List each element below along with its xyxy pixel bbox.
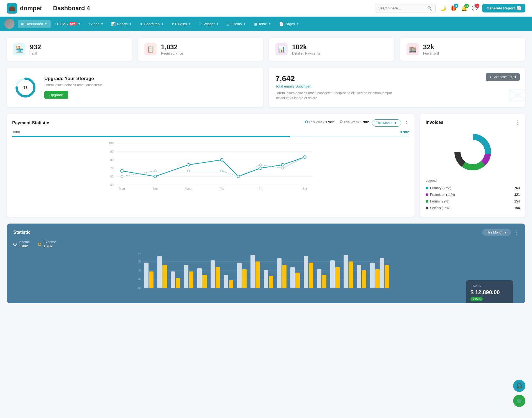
- table-icon: ▦: [254, 22, 257, 26]
- svg-text:Mon: Mon: [119, 187, 125, 190]
- stat-card-required-price: 📋 1,032 Required Price: [138, 38, 263, 61]
- nav-charts-label: Charts: [117, 22, 127, 26]
- circle-percent-label: 75: [24, 85, 27, 89]
- tariff-label: Tariff: [30, 52, 41, 55]
- svg-point-16: [187, 163, 190, 166]
- svg-text:50: 50: [138, 253, 141, 254]
- invoices-dots-button[interactable]: ⋮: [515, 119, 520, 125]
- statistic-dots-button[interactable]: ⋮: [514, 229, 519, 235]
- email-desc: Lorem ipsum dolor sit amet, consectetur …: [275, 91, 400, 101]
- svg-text:Wed: Wed: [185, 187, 191, 190]
- sidebar-item-apps[interactable]: ℹ Apps ▼: [85, 20, 107, 28]
- svg-rect-83: [362, 270, 366, 288]
- chart-section: Payment Statistic This Week 1.982 This W…: [7, 114, 525, 217]
- chart-header: Payment Statistic This Week 1.982 This W…: [12, 119, 409, 127]
- compose-email-button[interactable]: + Compose Email: [486, 73, 520, 81]
- svg-text:Fri: Fri: [259, 187, 262, 190]
- svg-point-23: [154, 170, 156, 172]
- svg-point-19: [259, 167, 262, 170]
- sidebar-item-widget[interactable]: ♡ Widget ▼: [195, 20, 222, 28]
- force-tariff-value: 32k: [423, 43, 439, 51]
- legend-dot-dark: [340, 120, 342, 123]
- sidebar-item-bootstrap[interactable]: ★ Bootstrap ▼: [136, 20, 167, 28]
- sidebar-item-pages[interactable]: 📄 Pages ▼: [276, 20, 303, 28]
- svg-text:100: 100: [109, 142, 114, 145]
- legend-item-primary: Primary (27%) 763: [426, 185, 520, 191]
- stat-controls: This Month ▼ ⋮: [482, 229, 519, 236]
- promotion-value: 321: [514, 193, 520, 197]
- svg-text:30: 30: [138, 269, 141, 272]
- svg-text:20: 20: [138, 278, 141, 281]
- email-subtitle: Total emails Subcriber.: [275, 84, 519, 88]
- stat-card-force-tariff: 🏬 32k Force tariff: [400, 38, 525, 61]
- income-tooltip: Income $ 12,890,00 +15%: [466, 280, 513, 303]
- cms-icon: ⚙: [55, 22, 58, 26]
- page-title: Dashboard 4: [53, 5, 90, 12]
- gift-icon[interactable]: 🎁 2: [451, 5, 457, 11]
- email-card: + Compose Email 7,642 Total emails Subcr…: [269, 68, 525, 107]
- svg-rect-71: [282, 265, 287, 288]
- bell-icon[interactable]: 🔔 12: [461, 5, 467, 11]
- chart-legend: This Week 1.982 This Week 1.982: [305, 120, 369, 124]
- bootstrap-icon: ★: [140, 22, 143, 26]
- logo-text: dompet: [20, 5, 42, 12]
- moon-icon[interactable]: 🌙: [440, 5, 446, 11]
- svg-rect-53: [162, 265, 167, 288]
- chat-badge: 5: [475, 4, 479, 8]
- payment-dots-button[interactable]: ⋮: [404, 120, 409, 126]
- chart-controls: This Week 1.982 This Week 1.982 This Mon…: [305, 119, 409, 127]
- invoices-card: Invoices ⋮ Legend Primary (27%): [420, 114, 525, 217]
- stat-card-tariff: 🏪 932 Tariff: [7, 38, 132, 61]
- required-price-icon: 📋: [144, 43, 157, 55]
- bootstrap-arrow: ▼: [161, 22, 164, 25]
- sidebar-item-forms[interactable]: 🖨 Forms ▼: [223, 20, 249, 28]
- nav-dashboard-label: Dashboard: [25, 22, 43, 26]
- svg-rect-84: [370, 263, 375, 288]
- svg-rect-80: [344, 255, 348, 288]
- sidebar-item-plugins[interactable]: ♥ Plugins ▼: [168, 20, 194, 28]
- sidebar-item-cms[interactable]: ⚙ CMS New ▼: [52, 20, 84, 28]
- plugins-icon: ♥: [172, 22, 174, 26]
- nav-table-label: Table: [259, 22, 267, 26]
- svg-rect-67: [255, 261, 260, 288]
- svg-rect-77: [322, 275, 326, 288]
- svg-point-15: [154, 175, 157, 178]
- svg-point-29: [304, 156, 306, 158]
- upgrade-button[interactable]: Upgrade: [44, 91, 68, 99]
- statistic-month-label: This Month: [486, 230, 502, 234]
- required-price-value: 1,032: [161, 43, 183, 51]
- email-count: 7,642: [275, 74, 519, 83]
- nav-cms-label: CMS: [60, 22, 68, 26]
- primary-label: Primary (27%): [430, 186, 451, 190]
- svg-rect-78: [330, 260, 335, 288]
- search-box[interactable]: 🔍: [375, 4, 436, 12]
- header-right: 🔍 🌙 🎁 2 🔔 12 💬 5 Generate Report 📈: [375, 4, 525, 12]
- sidebar-item-dashboard[interactable]: ⊞ Dashboard ▼: [18, 20, 51, 28]
- svg-rect-55: [176, 278, 180, 288]
- income-dot: [13, 243, 17, 246]
- chat-icon[interactable]: 💬 5: [472, 5, 478, 11]
- svg-point-14: [121, 170, 123, 172]
- statistic-this-month-button[interactable]: This Month ▼: [482, 229, 511, 236]
- svg-point-24: [187, 170, 190, 172]
- mid-section: 75 Upgrade Your Storage Lorem ipsum dolo…: [7, 68, 525, 107]
- generate-report-button[interactable]: Generate Report 📈: [482, 4, 525, 12]
- svg-rect-69: [269, 276, 273, 288]
- svg-rect-54: [171, 271, 175, 288]
- invoices-title: Invoices: [426, 120, 443, 125]
- sidebar-item-table[interactable]: ▦ Table ▼: [250, 20, 275, 28]
- svg-text:90: 90: [110, 150, 114, 153]
- forum-color: [426, 200, 428, 203]
- sidebar-item-charts[interactable]: 📊 Charts ▼: [108, 20, 135, 28]
- search-input[interactable]: [378, 6, 425, 10]
- svg-rect-82: [357, 265, 361, 288]
- this-month-button[interactable]: This Month ▼: [372, 119, 401, 127]
- bell-badge: 12: [464, 4, 469, 8]
- svg-text:Sat: Sat: [303, 187, 307, 190]
- apps-arrow: ▼: [101, 22, 103, 25]
- detailed-payments-value: 102k: [292, 43, 320, 51]
- svg-rect-63: [229, 280, 233, 288]
- nav-bar: ⊞ Dashboard ▼ ⚙ CMS New ▼ ℹ Apps ▼ 📊 Cha…: [0, 17, 532, 31]
- pages-arrow: ▼: [296, 22, 299, 25]
- promotion-label: Promotion (11%): [430, 193, 455, 197]
